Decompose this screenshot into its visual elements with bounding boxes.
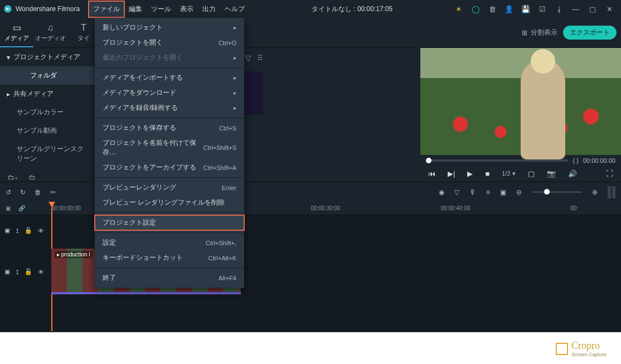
split-icon[interactable]: ⊞ bbox=[522, 29, 527, 37]
menu-view[interactable]: 表示 bbox=[176, 1, 198, 17]
menu-tool[interactable]: ツール bbox=[147, 1, 176, 17]
new-folder-icon[interactable]: 🗀₊ bbox=[8, 173, 18, 181]
menu-save[interactable]: プロジェクトを保存するCtrl+S bbox=[95, 120, 244, 135]
menu-download-media[interactable]: メディアをダウンロード▸ bbox=[95, 85, 244, 100]
snapshot-icon[interactable]: 📷 bbox=[547, 169, 556, 178]
sidebar-sample-color[interactable]: サンプルカラー bbox=[0, 103, 95, 122]
menu-record-media[interactable]: メディアを録音/録画する▸ bbox=[95, 100, 244, 115]
check-icon[interactable]: ☑ bbox=[538, 5, 546, 13]
sidebar-sample-green[interactable]: サンプルグリーンスクリーン bbox=[0, 140, 95, 168]
chevron-right-icon: ▸ bbox=[234, 90, 236, 96]
redo-icon[interactable]: ↻ bbox=[20, 188, 26, 196]
zoom-slider[interactable] bbox=[532, 191, 582, 193]
tab-audio[interactable]: ♫ オーディオ bbox=[33, 18, 67, 47]
mixer-icon[interactable]: ≡ bbox=[486, 188, 490, 196]
file-menu-dropdown: 新しいプロジェクト▸ プロジェクトを開くCtrl+O 最近のプロジェクトを開く▸… bbox=[95, 18, 244, 288]
mic-icon[interactable]: 🎙 bbox=[469, 188, 476, 196]
export-button[interactable]: エクスポート bbox=[563, 26, 617, 40]
fullscreen-icon[interactable]: ⛶ bbox=[606, 169, 613, 178]
chevron-right-icon: ▸ bbox=[7, 90, 10, 98]
zoom-ratio[interactable]: 1/2 ▾ bbox=[502, 170, 515, 177]
splitview-label[interactable]: 分割表示 bbox=[531, 28, 557, 37]
title-icon: T bbox=[81, 23, 86, 33]
ruler-tick: 00:00:00:00 bbox=[51, 205, 81, 211]
chevron-right-icon: ▸ bbox=[234, 55, 236, 61]
crop-icon[interactable]: ▣ bbox=[500, 188, 506, 196]
sidebar-project-media[interactable]: ▾プロジェクトメディア bbox=[0, 48, 95, 66]
track-label: ▣ bbox=[4, 227, 10, 234]
eye-icon[interactable]: 👁 bbox=[38, 269, 44, 275]
project-title: タイトルなし : 00:00:17:05 bbox=[249, 4, 455, 14]
save-icon[interactable]: 💾 bbox=[522, 5, 530, 13]
tab-media[interactable]: ▭ メディア bbox=[0, 18, 33, 47]
menu-edit[interactable]: 編集 bbox=[124, 1, 147, 17]
menu-quit[interactable]: 終了Alt+F4 bbox=[95, 270, 244, 285]
filter-icon[interactable]: ▽ bbox=[245, 54, 251, 62]
menu-save-as[interactable]: プロジェクトを名前を付けて保存…Ctrl+Shift+S bbox=[95, 135, 244, 160]
undo-icon[interactable]: ↺ bbox=[6, 188, 11, 196]
menu-recent: 最近のプロジェクトを開く▸ bbox=[95, 50, 244, 65]
chevron-down-icon: ▾ bbox=[7, 54, 10, 61]
app-logo-icon bbox=[3, 4, 12, 13]
cut-icon[interactable]: ✂ bbox=[50, 188, 56, 196]
watermark: Cropro Screen Capture bbox=[556, 340, 607, 357]
step-back-icon[interactable]: ▶| bbox=[448, 169, 455, 178]
ruler-tick: 00:00:40:00 bbox=[440, 205, 470, 211]
eye-icon[interactable]: 👁 bbox=[38, 227, 44, 234]
menu-preview-render[interactable]: プレビューレンダリングEnter bbox=[95, 180, 244, 195]
chevron-right-icon: ▸ bbox=[234, 105, 236, 111]
scroll-handle[interactable] bbox=[608, 186, 615, 198]
display-mode-icon[interactable]: ▢ bbox=[528, 169, 535, 178]
link-icon[interactable]: 🔗 bbox=[18, 205, 25, 211]
render-icon[interactable]: ◉ bbox=[439, 188, 444, 196]
sidebar-folder[interactable]: フォルダ bbox=[0, 66, 95, 85]
menu-output[interactable]: 出力 bbox=[198, 1, 220, 17]
folder-icon: ▭ bbox=[13, 22, 21, 33]
preview-display bbox=[420, 48, 621, 155]
menu-new-project[interactable]: 新しいプロジェクト▸ bbox=[95, 20, 244, 35]
menu-help[interactable]: ヘルプ bbox=[220, 1, 249, 17]
app-name: Wondershare Filmora bbox=[16, 5, 80, 13]
zoom-out-icon[interactable]: ⊖ bbox=[516, 188, 522, 196]
preview-time: 00:00:00:00 bbox=[583, 157, 615, 164]
ruler-tick: 00: bbox=[570, 205, 578, 211]
menu-delete-preview[interactable]: プレビュー レンダリングファイルを削除 bbox=[95, 195, 244, 210]
volume-icon[interactable]: 🔊 bbox=[568, 169, 577, 178]
music-icon: ♫ bbox=[47, 23, 54, 33]
headphones-icon[interactable]: ◯ bbox=[472, 5, 479, 13]
menu-archive[interactable]: プロジェクトをアーカイブするCtrl+Shift+A bbox=[95, 160, 244, 175]
close-icon[interactable]: ✕ bbox=[605, 5, 613, 13]
preview-seek[interactable] bbox=[426, 159, 568, 162]
folder-open-icon[interactable]: 🗀 bbox=[29, 173, 36, 181]
minimize-icon[interactable]: — bbox=[572, 5, 580, 13]
menu-settings[interactable]: 設定Ctrl+Shift+, bbox=[95, 235, 244, 250]
zoom-in-icon[interactable]: ⊕ bbox=[592, 188, 598, 196]
grid-icon[interactable]: ⠿ bbox=[257, 54, 263, 62]
prev-frame-icon[interactable]: ⏮ bbox=[428, 169, 435, 178]
lock-icon[interactable]: 🔓 bbox=[25, 227, 32, 234]
trash-icon[interactable]: 🗑 bbox=[488, 5, 496, 13]
menu-open-project[interactable]: プロジェクトを開くCtrl+O bbox=[95, 35, 244, 50]
chevron-right-icon: ▸ bbox=[234, 25, 236, 31]
track-label: ▣ bbox=[4, 268, 10, 275]
maximize-icon[interactable]: ▢ bbox=[589, 5, 596, 13]
delete-icon[interactable]: 🗑 bbox=[35, 188, 41, 196]
play-icon[interactable]: ▶ bbox=[467, 169, 473, 178]
menu-shortcuts[interactable]: キーボードショートカットCtrl+Alt+K bbox=[95, 250, 244, 265]
user-icon[interactable]: 👤 bbox=[505, 5, 513, 13]
shrink-tracks-icon[interactable]: ▣ bbox=[6, 205, 11, 211]
stop-icon[interactable]: ■ bbox=[485, 169, 489, 178]
sidebar-sample-video[interactable]: サンプル動画 bbox=[0, 122, 95, 140]
sidebar-shared[interactable]: ▸共有メディア bbox=[0, 85, 95, 103]
menu-project-settings[interactable]: プロジェクト設定 bbox=[95, 215, 244, 230]
lightbulb-icon[interactable]: ☀ bbox=[455, 5, 463, 13]
download-icon[interactable]: ⭳ bbox=[555, 5, 563, 13]
menu-import-media[interactable]: メディアをインポートする▸ bbox=[95, 70, 244, 85]
marker-braces[interactable]: { } bbox=[573, 157, 578, 164]
lock-icon[interactable]: 🔓 bbox=[25, 268, 32, 275]
chevron-right-icon: ▸ bbox=[234, 75, 236, 81]
ruler-tick: 00:00:30:00 bbox=[311, 205, 341, 211]
cropro-icon bbox=[556, 343, 568, 355]
marker-icon[interactable]: ▽ bbox=[454, 188, 459, 196]
menu-file[interactable]: ファイル bbox=[89, 1, 124, 17]
